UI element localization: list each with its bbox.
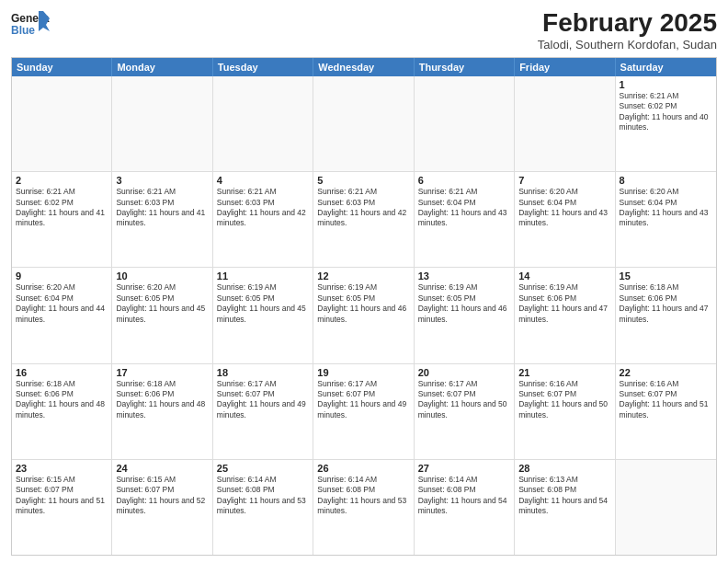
day-cell-26: 26 Sunrise: 6:14 AMSunset: 6:08 PMDaylig… (313, 460, 414, 555)
day-cell-7: 7 Sunrise: 6:20 AMSunset: 6:04 PMDayligh… (515, 172, 615, 267)
day-cell-13: 13 Sunrise: 6:19 AMSunset: 6:05 PMDaylig… (415, 268, 515, 362)
day-cell-9: 9 Sunrise: 6:20 AMSunset: 6:04 PMDayligh… (12, 268, 112, 362)
day-number: 18 (217, 367, 309, 378)
day-number: 17 (116, 367, 208, 378)
cell-info: Sunrise: 6:17 AMSunset: 6:07 PMDaylight:… (418, 379, 510, 421)
day-number: 11 (217, 270, 309, 282)
day-cell-17: 17 Sunrise: 6:18 AMSunset: 6:06 PMDaylig… (112, 364, 212, 459)
cell-info: Sunrise: 6:13 AMSunset: 6:08 PMDaylight:… (518, 475, 610, 517)
day-cell-21: 21 Sunrise: 6:16 AMSunset: 6:07 PMDaylig… (515, 364, 615, 459)
calendar: SundayMondayTuesdayWednesdayThursdayFrid… (11, 57, 717, 556)
day-cell-8: 8 Sunrise: 6:20 AMSunset: 6:04 PMDayligh… (616, 172, 716, 267)
day-cell-22: 22 Sunrise: 6:16 AMSunset: 6:07 PMDaylig… (616, 364, 716, 459)
cell-info: Sunrise: 6:15 AMSunset: 6:07 PMDaylight:… (116, 475, 208, 517)
col-header-sunday: Sunday (12, 58, 112, 76)
calendar-week-3: 9 Sunrise: 6:20 AMSunset: 6:04 PMDayligh… (12, 268, 716, 363)
day-cell-3: 3 Sunrise: 6:21 AMSunset: 6:03 PMDayligh… (112, 172, 212, 267)
col-header-wednesday: Wednesday (313, 58, 414, 76)
cell-info: Sunrise: 6:21 AMSunset: 6:03 PMDaylight:… (116, 187, 208, 229)
calendar-header: SundayMondayTuesdayWednesdayThursdayFrid… (12, 58, 716, 76)
cell-info: Sunrise: 6:14 AMSunset: 6:08 PMDaylight:… (418, 475, 510, 517)
day-cell-12: 12 Sunrise: 6:19 AMSunset: 6:05 PMDaylig… (313, 268, 414, 362)
cell-info: Sunrise: 6:16 AMSunset: 6:07 PMDaylight:… (620, 379, 712, 421)
day-number: 27 (418, 463, 510, 474)
day-number: 7 (518, 175, 610, 186)
day-number: 24 (116, 463, 208, 474)
day-cell-19: 19 Sunrise: 6:17 AMSunset: 6:07 PMDaylig… (313, 364, 414, 459)
cell-info: Sunrise: 6:19 AMSunset: 6:05 PMDaylight:… (217, 282, 309, 325)
cell-info: Sunrise: 6:20 AMSunset: 6:04 PMDaylight:… (518, 187, 610, 229)
cell-info: Sunrise: 6:20 AMSunset: 6:05 PMDaylight:… (116, 282, 208, 325)
cell-info: Sunrise: 6:17 AMSunset: 6:07 PMDaylight:… (317, 379, 409, 421)
empty-cell (616, 460, 716, 555)
day-cell-27: 27 Sunrise: 6:14 AMSunset: 6:08 PMDaylig… (415, 460, 515, 555)
day-cell-16: 16 Sunrise: 6:18 AMSunset: 6:06 PMDaylig… (12, 364, 112, 459)
cell-info: Sunrise: 6:18 AMSunset: 6:06 PMDaylight:… (16, 379, 108, 421)
day-number: 10 (116, 270, 208, 282)
col-header-tuesday: Tuesday (213, 58, 313, 76)
day-cell-28: 28 Sunrise: 6:13 AMSunset: 6:08 PMDaylig… (515, 460, 615, 555)
day-cell-20: 20 Sunrise: 6:17 AMSunset: 6:07 PMDaylig… (415, 364, 515, 459)
logo: General Blue (11, 9, 50, 42)
cell-info: Sunrise: 6:17 AMSunset: 6:07 PMDaylight:… (217, 379, 309, 421)
svg-text:Blue: Blue (11, 24, 35, 37)
day-number: 12 (317, 270, 409, 282)
day-number: 4 (217, 175, 309, 186)
cell-info: Sunrise: 6:21 AMSunset: 6:03 PMDaylight:… (217, 187, 309, 229)
col-header-friday: Friday (515, 58, 615, 76)
day-number: 6 (418, 175, 510, 186)
day-number: 20 (418, 367, 510, 378)
day-number: 23 (16, 463, 108, 474)
day-number: 13 (418, 270, 510, 282)
empty-cell (112, 76, 212, 171)
cell-info: Sunrise: 6:19 AMSunset: 6:06 PMDaylight:… (518, 282, 610, 325)
day-number: 16 (16, 367, 108, 378)
day-number: 5 (317, 175, 409, 186)
col-header-saturday: Saturday (616, 58, 716, 76)
day-number: 8 (620, 175, 712, 186)
day-number: 21 (518, 367, 610, 378)
empty-cell (515, 76, 615, 171)
cell-info: Sunrise: 6:21 AMSunset: 6:03 PMDaylight:… (317, 187, 409, 229)
day-cell-14: 14 Sunrise: 6:19 AMSunset: 6:06 PMDaylig… (515, 268, 615, 362)
empty-cell (313, 76, 414, 171)
day-number: 2 (16, 175, 108, 186)
day-number: 14 (518, 270, 610, 282)
calendar-week-5: 23 Sunrise: 6:15 AMSunset: 6:07 PMDaylig… (12, 460, 716, 555)
day-cell-23: 23 Sunrise: 6:15 AMSunset: 6:07 PMDaylig… (12, 460, 112, 555)
cell-info: Sunrise: 6:20 AMSunset: 6:04 PMDaylight:… (620, 187, 712, 229)
col-header-thursday: Thursday (415, 58, 515, 76)
day-number: 15 (620, 270, 712, 282)
calendar-week-4: 16 Sunrise: 6:18 AMSunset: 6:06 PMDaylig… (12, 364, 716, 460)
day-cell-11: 11 Sunrise: 6:19 AMSunset: 6:05 PMDaylig… (213, 268, 313, 362)
day-cell-18: 18 Sunrise: 6:17 AMSunset: 6:07 PMDaylig… (213, 364, 313, 459)
main-title: February 2025 (538, 9, 717, 38)
day-cell-1: 1 Sunrise: 6:21 AMSunset: 6:02 PMDayligh… (616, 76, 716, 171)
cell-info: Sunrise: 6:15 AMSunset: 6:07 PMDaylight:… (16, 475, 108, 517)
day-cell-10: 10 Sunrise: 6:20 AMSunset: 6:05 PMDaylig… (112, 268, 212, 362)
calendar-week-2: 2 Sunrise: 6:21 AMSunset: 6:02 PMDayligh… (12, 172, 716, 268)
cell-info: Sunrise: 6:19 AMSunset: 6:05 PMDaylight:… (418, 282, 510, 325)
day-cell-24: 24 Sunrise: 6:15 AMSunset: 6:07 PMDaylig… (112, 460, 212, 555)
day-cell-6: 6 Sunrise: 6:21 AMSunset: 6:04 PMDayligh… (415, 172, 515, 267)
day-cell-2: 2 Sunrise: 6:21 AMSunset: 6:02 PMDayligh… (12, 172, 112, 267)
day-cell-25: 25 Sunrise: 6:14 AMSunset: 6:08 PMDaylig… (213, 460, 313, 555)
day-cell-15: 15 Sunrise: 6:18 AMSunset: 6:06 PMDaylig… (616, 268, 716, 362)
cell-info: Sunrise: 6:18 AMSunset: 6:06 PMDaylight:… (620, 282, 712, 325)
cell-info: Sunrise: 6:21 AMSunset: 6:04 PMDaylight:… (418, 187, 510, 229)
day-number: 28 (518, 463, 610, 474)
day-number: 26 (317, 463, 409, 474)
calendar-body: 1 Sunrise: 6:21 AMSunset: 6:02 PMDayligh… (12, 76, 716, 555)
title-block: February 2025 Talodi, Southern Kordofan,… (538, 9, 717, 52)
page-header: General Blue February 2025 Talodi, South… (11, 9, 717, 52)
logo-svg: General Blue (11, 9, 50, 42)
subtitle: Talodi, Southern Kordofan, Sudan (538, 38, 717, 52)
day-number: 22 (620, 367, 712, 378)
calendar-week-1: 1 Sunrise: 6:21 AMSunset: 6:02 PMDayligh… (12, 76, 716, 172)
col-header-monday: Monday (112, 58, 212, 76)
cell-info: Sunrise: 6:20 AMSunset: 6:04 PMDaylight:… (16, 282, 108, 325)
cell-info: Sunrise: 6:19 AMSunset: 6:05 PMDaylight:… (317, 282, 409, 325)
day-cell-5: 5 Sunrise: 6:21 AMSunset: 6:03 PMDayligh… (313, 172, 414, 267)
cell-info: Sunrise: 6:21 AMSunset: 6:02 PMDaylight:… (620, 91, 712, 133)
day-number: 25 (217, 463, 309, 474)
